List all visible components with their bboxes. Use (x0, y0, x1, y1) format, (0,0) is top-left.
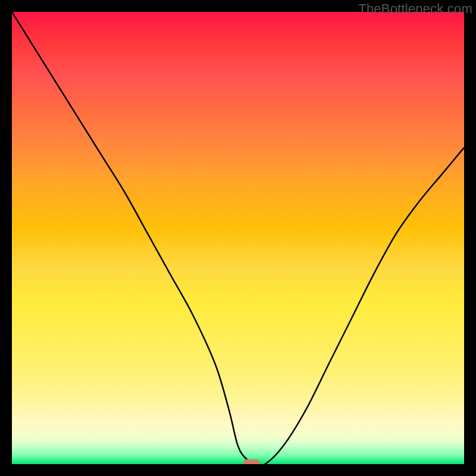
watermark-text: TheBottleneck.com (358, 1, 472, 17)
x-axis-line (12, 464, 464, 465)
bottleneck-curve (12, 12, 464, 464)
chart-container: TheBottleneck.com (0, 0, 476, 476)
plot-area (12, 12, 464, 464)
curve-svg (12, 12, 464, 464)
minimum-marker (243, 459, 260, 464)
